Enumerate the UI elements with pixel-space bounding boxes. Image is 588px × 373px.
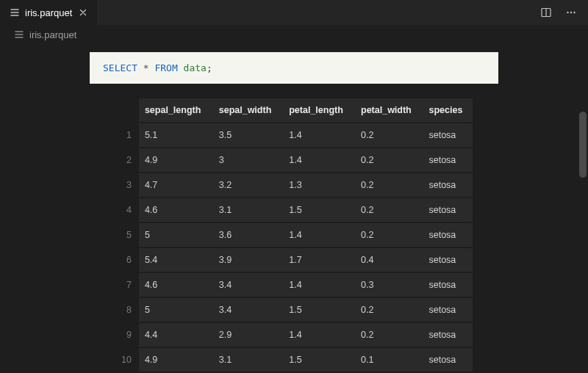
open-editor-row[interactable]: iris.parquet xyxy=(0,26,588,43)
cell: 0.1 xyxy=(355,348,423,372)
cell: setosa xyxy=(423,148,473,172)
table-row: 853.41.50.2setosa xyxy=(115,298,473,322)
sql-semicolon: ; xyxy=(207,62,212,73)
cell: 2.9 xyxy=(213,323,284,347)
table-row: 34.73.21.30.2setosa xyxy=(115,173,473,197)
sql-query-box: SELECT * FROM data; xyxy=(90,52,498,84)
cell: 0.2 xyxy=(355,198,423,222)
sql-keyword-select: SELECT xyxy=(103,62,137,73)
table-header-row: sepal_length sepal_width petal_length pe… xyxy=(115,98,473,122)
rownum-header xyxy=(115,98,139,122)
sql-table-name: data xyxy=(184,62,207,73)
tab-bar: iris.parquet xyxy=(0,0,588,26)
editor-content: SELECT * FROM data; sepal_length sepal_w… xyxy=(0,43,588,373)
cell: 4.6 xyxy=(139,198,213,222)
cell: setosa xyxy=(423,298,473,322)
col-header[interactable]: petal_length xyxy=(283,98,355,122)
split-editor-button[interactable] xyxy=(538,4,554,21)
cell: 1.4 xyxy=(283,148,355,172)
tab-iris-parquet[interactable]: iris.parquet xyxy=(0,0,98,25)
cell: 5.1 xyxy=(139,123,213,147)
cell: 0.2 xyxy=(355,173,423,197)
cell: 0.2 xyxy=(355,123,423,147)
cell: 1.4 xyxy=(283,273,355,297)
cell: 0.4 xyxy=(355,248,423,272)
cell: setosa xyxy=(423,248,473,272)
row-number: 8 xyxy=(115,298,139,322)
row-number: 6 xyxy=(115,248,139,272)
cell: 1.5 xyxy=(283,198,355,222)
tab-actions xyxy=(538,0,588,25)
table-row: 15.13.51.40.2setosa xyxy=(115,123,473,147)
row-number: 3 xyxy=(115,173,139,197)
col-header[interactable]: species xyxy=(423,98,473,122)
cell: 3.9 xyxy=(213,248,284,272)
cell: setosa xyxy=(423,173,473,197)
open-editor-label: iris.parquet xyxy=(29,29,76,40)
cell: 4.4 xyxy=(139,323,213,347)
col-header[interactable]: sepal_width xyxy=(213,98,284,122)
vertical-scrollbar[interactable] xyxy=(579,112,587,178)
cell: 0.2 xyxy=(355,323,423,347)
cell: 3.1 xyxy=(213,198,284,222)
cell: 1.4 xyxy=(283,123,355,147)
cell: 3.6 xyxy=(213,223,284,247)
list-icon xyxy=(13,29,25,40)
cell: 1.4 xyxy=(283,323,355,347)
table-row: 24.931.40.2setosa xyxy=(115,148,473,172)
table-row: 94.42.91.40.2setosa xyxy=(115,323,473,347)
cell: 5 xyxy=(139,298,213,322)
cell: 1.5 xyxy=(283,348,355,372)
svg-point-4 xyxy=(573,12,575,13)
cell: 0.2 xyxy=(355,148,423,172)
svg-point-3 xyxy=(570,12,572,13)
col-header[interactable]: petal_width xyxy=(355,98,423,122)
table-row: 104.93.11.50.1setosa xyxy=(115,348,473,372)
cell: setosa xyxy=(423,348,473,372)
table-row: 44.63.11.50.2setosa xyxy=(115,198,473,222)
cell: 3.1 xyxy=(213,348,284,372)
cell: setosa xyxy=(423,273,473,297)
row-number: 9 xyxy=(115,323,139,347)
row-number: 4 xyxy=(115,198,139,222)
table-row: 74.63.41.40.3setosa xyxy=(115,273,473,297)
row-number: 10 xyxy=(115,348,139,372)
cell: 3.4 xyxy=(213,298,284,322)
cell: 1.5 xyxy=(283,298,355,322)
cell: 3.5 xyxy=(213,123,284,147)
cell: 3.4 xyxy=(213,273,284,297)
cell: 4.7 xyxy=(139,173,213,197)
table-row: 553.61.40.2setosa xyxy=(115,223,473,247)
cell: 0.2 xyxy=(355,223,423,247)
cell: setosa xyxy=(423,198,473,222)
sql-keyword-from: FROM xyxy=(154,62,177,73)
results-table: sepal_length sepal_width petal_length pe… xyxy=(115,97,473,373)
col-header[interactable]: sepal_length xyxy=(139,98,213,122)
sql-star: * xyxy=(143,62,149,73)
tab-close-button[interactable] xyxy=(76,6,90,19)
cell: 1.7 xyxy=(283,248,355,272)
cell: 1.4 xyxy=(283,223,355,247)
row-number: 1 xyxy=(115,123,139,147)
svg-point-2 xyxy=(567,12,568,13)
cell: 1.3 xyxy=(283,173,355,197)
row-number: 5 xyxy=(115,223,139,247)
results-table-wrap: sepal_length sepal_width petal_length pe… xyxy=(115,97,473,373)
cell: setosa xyxy=(423,323,473,347)
cell: setosa xyxy=(423,123,473,147)
cell: 5 xyxy=(139,223,213,247)
table-row: 65.43.91.70.4setosa xyxy=(115,248,473,272)
list-icon xyxy=(9,7,21,18)
cell: 0.3 xyxy=(355,273,423,297)
cell: 3.2 xyxy=(213,173,284,197)
cell: setosa xyxy=(423,223,473,247)
row-number: 7 xyxy=(115,273,139,297)
cell: 4.6 xyxy=(139,273,213,297)
cell: 0.2 xyxy=(355,298,423,322)
more-actions-button[interactable] xyxy=(563,4,579,21)
cell: 4.9 xyxy=(139,148,213,172)
tab-label: iris.parquet xyxy=(25,7,72,18)
row-number: 2 xyxy=(115,148,139,172)
cell: 3 xyxy=(213,148,284,172)
cell: 5.4 xyxy=(139,248,213,272)
